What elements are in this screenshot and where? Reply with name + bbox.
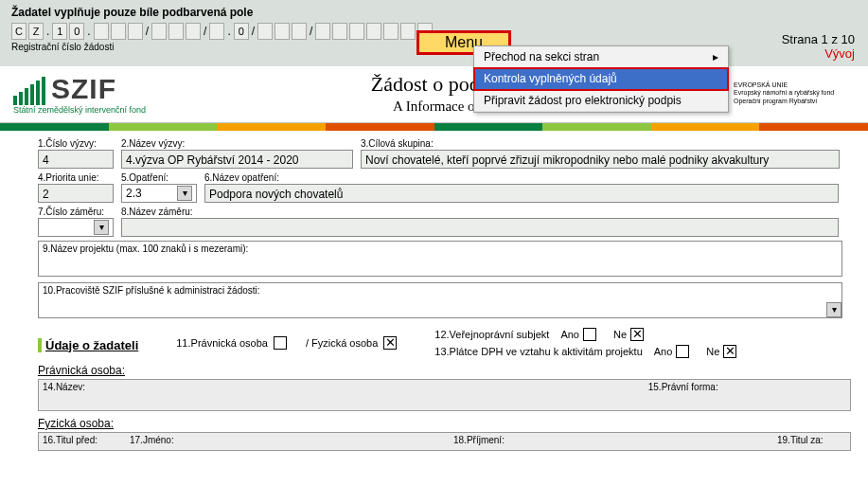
subsection-legal-entity: Právnická osoba: (38, 364, 851, 377)
individual-group: 16.Titul před: 17.Jméno: 18.Příjmení: 19… (38, 432, 851, 451)
reg-char: 0 (69, 23, 84, 40)
label-f13: 13.Plátce DPH ve vztahu k aktivitám proj… (434, 346, 642, 357)
top-bar: Žadatel vyplňuje pouze bíle podbarvená p… (0, 0, 868, 66)
reg-char (186, 23, 201, 40)
form-area: 1.Číslo výzvy: 4 2.Název výzvy: 4.výzva … (0, 131, 868, 451)
subsection-individual: Fyzická osoba: (38, 417, 851, 430)
field-call-number: 4 (38, 150, 114, 169)
chevron-down-icon[interactable]: ▾ (826, 302, 841, 317)
field-plan-number-select[interactable]: ▾ (38, 218, 114, 237)
label-f14: 14.Název: (43, 382, 637, 392)
label-f15: 15.Právní forma: (648, 382, 846, 392)
label-f10: 10.Pracoviště SZIF příslušné k administr… (39, 283, 841, 297)
chevron-down-icon: ▾ (177, 186, 192, 201)
label-f11b: / Fyzická osoba (306, 337, 378, 349)
szif-logo: SZIF Státní zemědělský intervenční fond (13, 73, 221, 115)
label-f7: 7.Číslo záměru: (38, 207, 114, 217)
checkbox-vat-no[interactable] (723, 345, 736, 358)
reg-char (275, 23, 290, 40)
reg-char (400, 23, 416, 40)
reg-char (257, 23, 273, 40)
label-f6: 6.Název opatření: (204, 172, 839, 183)
menu-item-sections[interactable]: Přechod na sekci stran ▸ (474, 46, 728, 68)
checkbox-legal-entity[interactable] (274, 336, 287, 350)
label-f19: 19.Titul za: (777, 435, 843, 445)
field-plan-name (121, 218, 839, 237)
checkbox-public-no[interactable] (630, 328, 644, 341)
label-f12: 12.Veřejnoprávní subjekt (434, 329, 549, 340)
field-call-name: 4.výzva OP Rybářství 2014 - 2020 (121, 150, 353, 169)
reg-char (94, 23, 109, 40)
reg-char: Z (28, 23, 44, 40)
reg-char: 0 (234, 23, 249, 40)
label-f5: 5.Opatření: (121, 172, 197, 183)
brand-text: SZIF (51, 73, 116, 105)
dev-label: Vývoj (782, 46, 855, 61)
label-f3: 3.Cílová skupina: (361, 138, 840, 149)
instruction-text: Žadatel vyplňuje pouze bíle podbarvená p… (11, 6, 857, 19)
reg-char (332, 23, 347, 40)
eu-text: EVROPSKÁ UNIE Evropský námořní a rybářsk… (734, 81, 834, 105)
section-applicant-title: Údaje o žadateli (38, 338, 138, 352)
checkbox-individual[interactable] (383, 336, 397, 350)
reg-char (349, 23, 364, 40)
reg-char (151, 23, 167, 40)
label-f16: 16.Titul před: (43, 435, 118, 445)
color-strip (0, 123, 868, 131)
field-target-group: Noví chovatelé, kteří poprvé zřizují mik… (361, 150, 840, 169)
label-f9: 9.Název projektu (max. 100 znaků i s mez… (39, 242, 841, 256)
field-measure-name: Podpora nových chovatelů (204, 184, 839, 203)
reg-char (209, 23, 224, 40)
checkbox-vat-yes[interactable] (676, 345, 689, 358)
label-f4: 4.Priorita unie: (38, 172, 114, 183)
chevron-down-icon: ▾ (94, 220, 109, 235)
label-f18: 18.Příjmení: (453, 435, 766, 445)
reg-char (111, 23, 126, 40)
reg-char (168, 23, 184, 40)
field-project-name[interactable]: 9.Název projektu (max. 100 znaků i s mez… (38, 241, 842, 277)
label-f17: 17.Jméno: (130, 435, 442, 445)
reg-char (292, 23, 307, 40)
reg-char: 1 (52, 23, 67, 40)
reg-char: C (11, 23, 27, 40)
field-priority: 2 (38, 184, 114, 203)
reg-char (366, 23, 381, 40)
logo-bars-icon (13, 77, 45, 105)
chevron-right-icon: ▸ (713, 50, 718, 63)
label-f1: 1.Číslo výzvy: (38, 138, 114, 149)
reg-char (315, 23, 330, 40)
legal-entity-group: 14.Název: 15.Právní forma: (38, 379, 851, 411)
menu-item-check-data[interactable]: Kontrola vyplněných údajů (474, 68, 728, 90)
reg-char (128, 23, 143, 40)
menu-item-prepare-sign[interactable]: Připravit žádost pro elektronický podpis (474, 90, 728, 112)
menu-popup: Přechod na sekci stran ▸ Kontrola vyplně… (473, 45, 729, 113)
label-f11: 11.Právnická osoba (176, 337, 268, 349)
brand-subtitle: Státní zemědělský intervenční fond (13, 105, 146, 115)
label-f8: 8.Název záměru: (121, 207, 839, 217)
header: SZIF Státní zemědělský intervenční fond … (0, 66, 868, 123)
reg-char (383, 23, 399, 40)
page-counter: Strana 1 z 10 (782, 32, 855, 46)
entity-type-group: 11.Právnická osoba / Fyzická osoba (176, 336, 397, 350)
page-info: Strana 1 z 10 Vývoj (782, 32, 855, 61)
field-szif-office[interactable]: 10.Pracoviště SZIF příslušné k administr… (38, 282, 842, 318)
label-f2: 2.Název výzvy: (121, 138, 353, 149)
checkbox-public-yes[interactable] (583, 328, 596, 341)
field-measure-select[interactable]: 2.3 ▾ (121, 184, 197, 203)
